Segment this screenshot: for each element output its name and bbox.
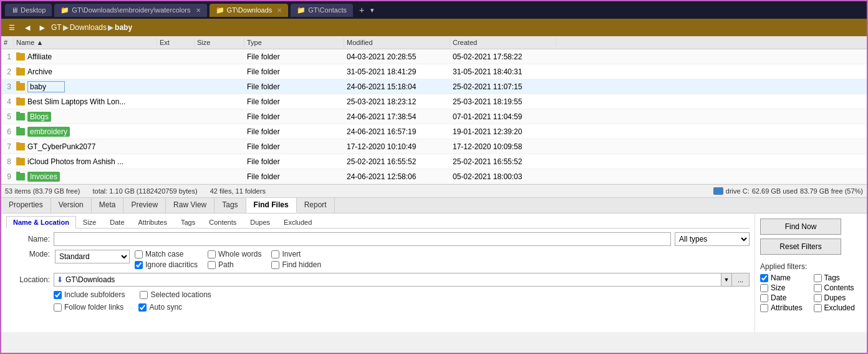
tab-tags[interactable]: Tags (215, 198, 246, 213)
find-files-panel: Name & Location Size Date Attributes Tag… (1, 214, 867, 332)
table-row[interactable]: 8 iCloud Photos from Ashish ... File fol… (1, 154, 867, 169)
table-row[interactable]: 3 baby File folder 24-06-2021 15:18:04 2… (1, 79, 867, 94)
table-row[interactable]: 6 embroidery File folder 24-06-2021 16:5… (1, 124, 867, 139)
file-type: File folder (244, 142, 344, 151)
file-name: embroidery (27, 127, 70, 137)
options-row2: Follow folder links Auto sync (54, 303, 750, 312)
filter-tags[interactable]: Tags (814, 273, 862, 282)
breadcrumb-downloads[interactable]: Downloads (70, 23, 107, 32)
mode-select[interactable]: Standard (55, 250, 130, 263)
auto-sync-checkbox[interactable]: Auto sync (138, 303, 182, 312)
sub-tabs: Name & Location Size Date Attributes Tag… (6, 216, 750, 229)
hamburger-button[interactable]: ☰ (5, 22, 19, 33)
col-type[interactable]: Type (244, 37, 344, 47)
breadcrumb-gt[interactable]: GT (51, 23, 62, 32)
subtab-size[interactable]: Size (76, 216, 103, 228)
tab-preview[interactable]: Preview (123, 198, 166, 213)
col-size[interactable]: Size (195, 37, 244, 47)
forward-button[interactable]: ◀ (36, 22, 49, 33)
reset-filters-button[interactable]: Reset Filters (760, 238, 841, 255)
file-type: File folder (244, 172, 344, 181)
file-name-edit[interactable]: baby (27, 81, 65, 92)
tab-contacts[interactable]: 📁 GT\Contacts (291, 4, 353, 17)
location-browse-button[interactable]: ... (732, 273, 750, 287)
filter-size[interactable]: Size (760, 283, 809, 292)
add-tab-button[interactable]: + (355, 5, 368, 15)
col-num[interactable]: # (1, 37, 14, 47)
tab-watercolors[interactable]: 📁 GT\Downloads\embroidery\watercolors ✕ (54, 4, 206, 17)
file-modified: 04-03-2021 20:28:55 (344, 52, 450, 61)
col-created[interactable]: Created (450, 37, 556, 47)
filters-grid: Name Tags Size Contents Date Dupes Attri… (760, 273, 862, 312)
path-checkbox[interactable]: Path (208, 260, 261, 269)
find-now-button[interactable]: Find Now (760, 219, 841, 235)
file-name-cell: iCloud Photos from Ashish ... (14, 157, 157, 166)
row-num: 3 (1, 82, 14, 91)
include-subfolders-checkbox[interactable]: Include subfolders (54, 290, 125, 299)
tab-downloads[interactable]: 📁 GT\Downloads ✕ (210, 4, 289, 17)
ignore-diacritics-checkbox[interactable]: Ignore diacritics (135, 260, 198, 269)
subtab-dupes[interactable]: Dupes (243, 216, 277, 228)
table-row[interactable]: 1 Affiliate File folder 04-03-2021 20:28… (1, 49, 867, 64)
tab-meta[interactable]: Meta (92, 198, 124, 213)
tab-find-files[interactable]: Find Files (246, 198, 297, 213)
subtab-name-location[interactable]: Name & Location (6, 216, 76, 229)
back-button[interactable]: ◀ (21, 22, 34, 33)
file-name-cell: embroidery (14, 127, 157, 137)
find-hidden-checkbox[interactable]: Find hidden (271, 260, 321, 269)
mode-label: Mode: (6, 250, 50, 258)
tab-raw-view[interactable]: Raw View (166, 198, 215, 213)
file-type: File folder (244, 52, 344, 61)
filter-dupes[interactable]: Dupes (814, 293, 862, 302)
match-case-checkbox[interactable]: Match case (135, 250, 198, 258)
invert-checkbox[interactable]: Invert (271, 250, 321, 258)
file-modified: 25-02-2021 16:55:52 (344, 157, 450, 166)
whole-words-checkbox[interactable]: Whole words (208, 250, 261, 258)
subtab-tags[interactable]: Tags (174, 216, 202, 228)
location-input[interactable]: ⬇ GT\Downloads (54, 273, 721, 287)
file-name: Affiliate (27, 52, 52, 61)
close-tab2-icon[interactable]: ✕ (277, 7, 282, 14)
folder-icon-tab2: 📁 (216, 6, 224, 14)
col-name[interactable]: Name ▲ (14, 37, 157, 47)
subtab-attributes[interactable]: Attributes (132, 216, 174, 228)
table-row[interactable]: 5 Blogs File folder 24-06-2021 17:38:54 … (1, 109, 867, 124)
desktop-tab[interactable]: 🖥 Desktop (5, 4, 52, 16)
file-name: Best Slim Laptops With Lon... (27, 97, 125, 106)
find-panel-left: Name & Location Size Date Attributes Tag… (1, 214, 755, 332)
subtab-date[interactable]: Date (103, 216, 131, 228)
name-input[interactable] (54, 232, 671, 246)
selected-locations-checkbox[interactable]: Selected locations (140, 290, 211, 299)
table-row[interactable]: 4 Best Slim Laptops With Lon... File fol… (1, 94, 867, 109)
subtab-contents[interactable]: Contents (202, 216, 243, 228)
tab-version[interactable]: Version (51, 198, 92, 213)
file-type: File folder (244, 82, 344, 91)
filter-attributes[interactable]: Attributes (760, 303, 809, 312)
filter-excluded[interactable]: Excluded (814, 303, 862, 312)
tab-report[interactable]: Report (297, 198, 335, 213)
tab-properties[interactable]: Properties (1, 198, 51, 213)
subtab-excluded[interactable]: Excluded (277, 216, 319, 228)
filter-date[interactable]: Date (760, 293, 809, 302)
close-tab1-icon[interactable]: ✕ (196, 7, 201, 14)
file-modified: 17-12-2020 10:10:49 (344, 142, 450, 151)
follow-folder-links-checkbox[interactable]: Follow folder links (54, 303, 123, 312)
filter-name[interactable]: Name (760, 273, 809, 282)
file-name: GT_CyberPunk2077 (27, 142, 95, 151)
breadcrumb-baby[interactable]: baby (115, 23, 132, 32)
file-name: Archive (27, 67, 52, 76)
location-row: Location: ⬇ GT\Downloads ▼ ... (6, 273, 750, 287)
table-row[interactable]: 2 Archive File folder 31-05-2021 18:41:2… (1, 64, 867, 79)
row-num: 9 (1, 172, 14, 181)
file-created: 31-05-2021 18:40:31 (450, 67, 556, 76)
type-select[interactable]: All types (675, 232, 750, 246)
tab-dropdown-icon[interactable]: ▾ (370, 6, 374, 14)
folder-icon (16, 143, 25, 150)
file-name-cell: Affiliate (14, 52, 157, 61)
col-ext[interactable]: Ext (157, 37, 195, 47)
table-row[interactable]: 9 Invoices File folder 24-06-2021 12:58:… (1, 169, 867, 184)
table-row[interactable]: 7 GT_CyberPunk2077 File folder 17-12-202… (1, 139, 867, 154)
filter-contents[interactable]: Contents (814, 283, 862, 292)
location-dropdown-button[interactable]: ▼ (721, 273, 732, 287)
col-modified[interactable]: Modified (344, 37, 450, 47)
